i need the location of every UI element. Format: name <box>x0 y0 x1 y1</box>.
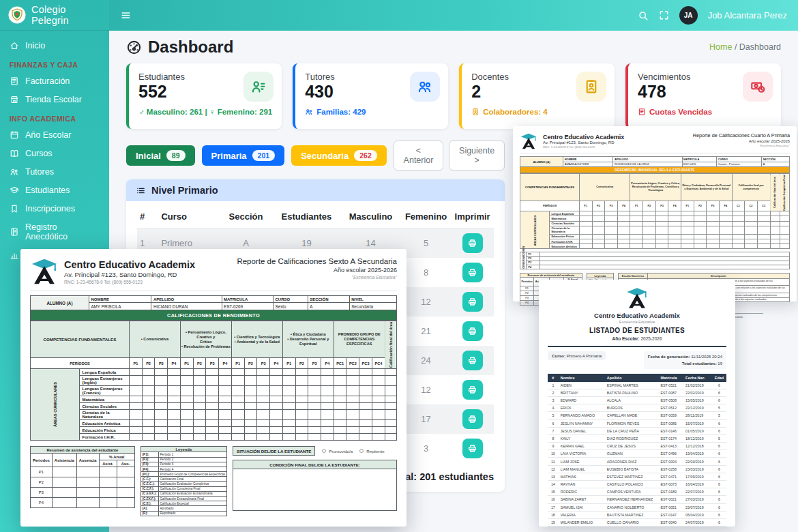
grade-cell <box>308 369 321 376</box>
grade-cell <box>372 369 385 376</box>
print-button[interactable] <box>462 380 483 400</box>
tab-secundaria[interactable]: Secundaria262 <box>291 145 387 166</box>
legend-title: Leyenda <box>587 274 613 278</box>
page-title: Dashboard <box>126 38 233 57</box>
grade-cell <box>385 420 396 427</box>
print-button[interactable] <box>462 439 483 458</box>
period-p4: P4 <box>270 358 283 369</box>
report-band: CALIFICACIONES DE RENDIMIENTO <box>30 310 397 321</box>
grade-cell <box>780 244 789 249</box>
print-button[interactable] <box>462 292 483 312</box>
idbadge-icon <box>471 108 479 116</box>
period-label: P2 <box>31 477 53 488</box>
tab-primaria[interactable]: Primaria201 <box>202 145 285 166</box>
report-motto: "Excelencia Educativa" <box>693 144 790 147</box>
radio-promovido[interactable] <box>322 449 326 453</box>
hamburger-menu-icon[interactable] <box>120 10 132 21</box>
prev-page-button[interactable]: < Anterior <box>394 141 443 171</box>
school-address: Av. Principal #123, Santo Domingo, RD <box>543 141 624 145</box>
grade-cell <box>180 396 193 403</box>
student-info-table: ALUMNO (A)NOMBREAPELLIDOMATRICULACURSOSE… <box>520 156 790 167</box>
idbadge-icon <box>576 72 606 102</box>
sidebar-item-registro-anecdotico[interactable]: Registro Anecdótico <box>0 218 109 246</box>
cell-print <box>451 375 494 404</box>
cell: EST-0051 <box>658 503 683 511</box>
grade-cell <box>770 221 780 226</box>
grade-cell <box>592 216 605 221</box>
grade-cell <box>270 434 283 441</box>
student-value: Cuarto - Primaria <box>717 162 762 167</box>
student-info-b: ALUMNO (A)NOMBREAPELLIDOMATRICULACURSOSE… <box>520 157 790 167</box>
print-button[interactable] <box>462 409 483 429</box>
grade-cell <box>359 410 372 420</box>
area-row: Ciencias Sociales <box>31 403 397 410</box>
sidebar-item-ano-escolar[interactable]: Año Escolar <box>0 125 109 144</box>
period-c2: C2 <box>745 201 758 211</box>
stat-footer-text: ♂ Masculino: 261 | ♀ Femenino: 291 <box>138 108 272 116</box>
next-page-button[interactable]: Siguiente > <box>449 141 505 171</box>
option-promovido[interactable]: Promovido/a <box>322 449 353 454</box>
student-row: 10LAIA VICTORIAGUZMANEST-049619/04/20196 <box>548 450 726 458</box>
grade-cell <box>732 221 745 226</box>
search-icon[interactable] <box>638 10 649 21</box>
radio-repitente[interactable] <box>359 449 364 453</box>
grade-cell <box>630 221 643 226</box>
grade-cell <box>668 226 681 234</box>
grade-cell <box>617 234 630 239</box>
grade-cell <box>295 420 308 427</box>
period-p3: P3 <box>155 358 168 369</box>
cell: EST-0512 <box>658 404 683 412</box>
sidebar-item-inscripciones[interactable]: Inscripciones <box>0 199 109 218</box>
tab-inicial[interactable]: Inicial89 <box>126 145 195 166</box>
student-row: 9KEIRAN GAELCRUZ DE JESUSEST-041312/12/2… <box>548 443 726 450</box>
area-name: Lenguas Extranjeras (Francés) <box>80 386 129 396</box>
cell: 12 <box>401 287 451 316</box>
observations-label: OBSERVACIONES <box>520 252 527 269</box>
user-name[interactable]: Job Alcantara Perez <box>708 10 787 20</box>
student-value: RODRIGUEZ DE LA CRUZ <box>613 162 682 167</box>
period-label: P2 <box>520 291 534 295</box>
breadcrumb-home-link[interactable]: Home <box>709 42 732 52</box>
attendance-cell <box>99 488 117 498</box>
grade-cell <box>372 403 385 410</box>
generation-info: Fecha de generación: 11/11/2025 20:24 To… <box>644 351 726 369</box>
area-name: Formación I.H.R. <box>550 239 579 244</box>
student-row: 19WILANDER EMILIOCUELLO CANARIOEST-00402… <box>548 518 726 526</box>
fullscreen-icon[interactable] <box>659 10 669 20</box>
grade-cell <box>346 396 359 403</box>
print-button[interactable] <box>462 321 483 341</box>
cell: 3 <box>548 396 559 404</box>
grade-cell <box>707 226 720 234</box>
attendance-cell <box>99 498 117 508</box>
sidebar-item-tienda-escolar[interactable]: Tienda Escolar <box>0 90 109 108</box>
sidebar-item-cursos[interactable]: Cursos <box>0 144 109 162</box>
print-button[interactable] <box>462 233 483 253</box>
cell: WILANDER EMILIO <box>559 518 605 526</box>
grade-cell <box>206 376 219 386</box>
legend-text: Promedio Grupo de Competencias Específic… <box>158 472 227 477</box>
cell: EST-0087 <box>658 389 683 396</box>
brand[interactable]: Colegio Pelegrin <box>0 0 109 31</box>
cell: 18/12/2019 <box>683 434 712 442</box>
option-repitente[interactable]: Repitente <box>359 449 385 454</box>
grade-cell <box>346 410 359 420</box>
grade-cell <box>694 239 707 244</box>
grade-cell <box>193 427 206 434</box>
print-button[interactable] <box>462 351 483 370</box>
student-row: 16SABINA ZARETHERNANDEZ HERNANDEZEST-002… <box>548 496 726 503</box>
grade-cell <box>681 221 694 226</box>
avatar[interactable]: JA <box>679 6 698 25</box>
cell: 17/09/2019 <box>683 473 712 480</box>
stat-footer-text: Colaboradores: 4 <box>483 108 548 116</box>
grade-cell <box>219 434 232 441</box>
print-button[interactable] <box>462 263 483 282</box>
grade-cell <box>346 403 359 410</box>
sidebar-item-facturacion[interactable]: Facturación <box>0 72 109 90</box>
grade-cell <box>745 226 758 234</box>
sidebar-item-estudiantes[interactable]: Estudiantes <box>0 181 109 199</box>
student-col-matricula: MATRICULA <box>682 157 717 162</box>
attendance-cell <box>117 498 134 508</box>
sidebar-item-inicio[interactable]: Inicio <box>0 36 109 55</box>
cell: 15 <box>548 488 559 496</box>
sidebar-item-tutores[interactable]: Tutores <box>0 162 109 181</box>
